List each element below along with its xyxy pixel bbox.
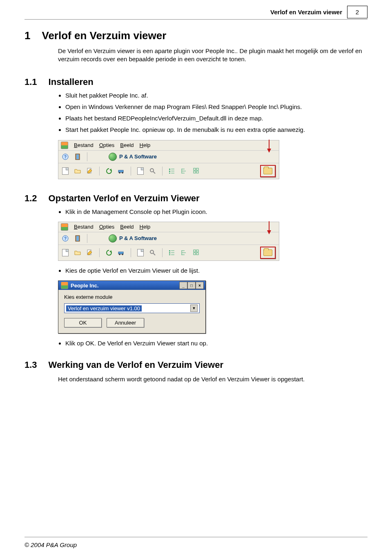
- plugin-button[interactable]: [260, 165, 276, 177]
- menu-beeld[interactable]: Beeld: [120, 142, 134, 148]
- svg-point-30: [119, 254, 120, 255]
- new-doc-icon[interactable]: [61, 167, 70, 176]
- app-icon: [61, 223, 68, 231]
- vehicle-icon[interactable]: [117, 167, 126, 176]
- bullet-item: Klik in de Management Console op het Plu…: [65, 208, 368, 216]
- heading-1-2-number: 1.2: [24, 193, 37, 204]
- search-icon[interactable]: [148, 248, 157, 257]
- plugin-folder-icon: [263, 168, 272, 174]
- heading-1-2-title: Opstarten Verlof en Verzuim Viewer: [49, 193, 200, 204]
- module-dialog: People Inc. _ □ × Kies externe module Ve…: [58, 280, 206, 334]
- menu-bestand[interactable]: Bestand: [74, 224, 94, 230]
- svg-rect-35: [169, 252, 170, 254]
- callout-arrow-icon: [267, 140, 272, 154]
- toolbar-separator: [131, 167, 131, 176]
- app-icon: [61, 142, 68, 149]
- module-select[interactable]: Verlof en verzuim viewer v1.00 ▼: [64, 303, 200, 313]
- list-view-icon[interactable]: [167, 248, 176, 257]
- refresh-icon[interactable]: [105, 248, 114, 257]
- open-folder-icon[interactable]: [73, 248, 82, 257]
- open-folder-icon[interactable]: [73, 167, 82, 176]
- header-title: Verlof en Verzuim viewer: [270, 9, 342, 16]
- svg-rect-34: [169, 250, 170, 251]
- menu-opties[interactable]: Opties: [99, 224, 115, 230]
- svg-point-6: [119, 172, 120, 174]
- dialog-label: Kies externe module: [64, 294, 200, 300]
- heading-1-title: Verlof en Verzuim viewer: [42, 29, 166, 42]
- svg-point-31: [122, 254, 123, 255]
- heading-1-2: 1.2 Opstarten Verlof en Verzuim Viewer: [24, 185, 368, 204]
- section-1-3-paragraph: Het onderstaand scherm wordt getoond nad…: [58, 375, 368, 383]
- svg-line-9: [153, 171, 155, 174]
- chevron-down-icon[interactable]: ▼: [190, 305, 198, 312]
- vehicle-icon[interactable]: [117, 248, 126, 257]
- menu-bar: BBestandestand Opties Beeld Help: [58, 140, 279, 151]
- menu-beeld[interactable]: Beeld: [120, 224, 134, 230]
- minimize-button[interactable]: _: [179, 282, 187, 289]
- svg-rect-44: [194, 250, 196, 252]
- door-icon[interactable]: [73, 152, 82, 161]
- toolbar-row-2: [58, 245, 279, 260]
- svg-rect-3: [76, 154, 79, 159]
- brand-text: P & A Software: [119, 154, 157, 160]
- toolbar-separator: [131, 248, 131, 257]
- toolbar-separator: [162, 167, 163, 176]
- heading-1-3: 1.3 Werking van de Verlof en Verzuim Vie…: [24, 352, 368, 370]
- svg-rect-22: [194, 171, 196, 173]
- svg-rect-20: [194, 168, 196, 170]
- svg-rect-47: [196, 253, 198, 255]
- grid-view-icon[interactable]: [192, 167, 201, 176]
- heading-1-3-number: 1.3: [24, 360, 37, 370]
- cancel-button[interactable]: Annuleer: [107, 318, 144, 327]
- search-icon[interactable]: [148, 167, 157, 176]
- svg-rect-11: [169, 171, 170, 172]
- toolbar-row-1: ? P & A Software: [58, 151, 279, 163]
- dialog-title: People Inc.: [71, 283, 99, 289]
- menu-opties[interactable]: Opties: [99, 142, 115, 148]
- svg-rect-27: [76, 236, 79, 241]
- svg-rect-10: [169, 169, 170, 170]
- svg-rect-23: [196, 171, 198, 173]
- bullet-item: Open in Windows Verkenner de map Program…: [65, 103, 368, 111]
- plugin-button[interactable]: [260, 247, 276, 259]
- close-button[interactable]: ×: [196, 282, 204, 289]
- svg-line-33: [153, 253, 155, 255]
- toolbar-screenshot: Bestand Opties Beeld Help ? P & A Softwa…: [58, 222, 279, 261]
- edit-icon[interactable]: [85, 167, 94, 176]
- ok-button[interactable]: OK: [64, 318, 102, 327]
- bullet-item: Start het pakket People Inc. opnieuw op.…: [65, 126, 368, 134]
- help-icon[interactable]: ?: [61, 234, 70, 243]
- toolbar-separator: [99, 167, 100, 176]
- footer-rule: [24, 537, 368, 537]
- svg-text:?: ?: [64, 236, 67, 241]
- menu-bar: Bestand Opties Beeld Help: [58, 222, 279, 232]
- doc-help-icon[interactable]: [136, 167, 145, 176]
- list-view-icon[interactable]: [167, 167, 176, 176]
- brand-text: P & A Software: [119, 235, 157, 241]
- help-icon[interactable]: ?: [61, 152, 70, 161]
- new-doc-icon[interactable]: [61, 248, 70, 257]
- heading-1-1: 1.1 Installeren: [24, 69, 368, 87]
- svg-text:?: ?: [64, 155, 67, 159]
- menu-help[interactable]: Help: [140, 142, 151, 148]
- doc-help-icon[interactable]: [136, 248, 145, 257]
- toolbar-separator: [87, 152, 87, 161]
- maximize-button[interactable]: □: [187, 282, 196, 289]
- edit-icon[interactable]: [85, 248, 94, 257]
- grid-view-icon[interactable]: [192, 248, 201, 257]
- plugin-folder-icon: [263, 249, 272, 256]
- tree-view-icon[interactable]: [180, 167, 189, 176]
- menu-help[interactable]: Help: [140, 224, 151, 230]
- intro-paragraph: De Verlof en Verzuim viewer is een apart…: [58, 47, 368, 64]
- toolbar-row-1: ? P & A Software: [58, 232, 279, 245]
- toolbar-separator: [87, 234, 87, 243]
- select-value: Verlof en verzuim viewer v1.00: [66, 305, 142, 311]
- tree-view-icon[interactable]: [180, 248, 189, 257]
- start-bullets-3: Klik op OK. De Verlof en Verzuim Viewer …: [58, 339, 368, 347]
- refresh-icon[interactable]: [105, 167, 114, 176]
- toolbar-screenshot: BBestandestand Opties Beeld Help ? P & A…: [58, 140, 279, 179]
- door-icon[interactable]: [73, 234, 82, 243]
- page-number: 2: [347, 6, 368, 18]
- menu-bestand[interactable]: BBestandestand: [74, 142, 94, 148]
- svg-rect-45: [196, 250, 198, 252]
